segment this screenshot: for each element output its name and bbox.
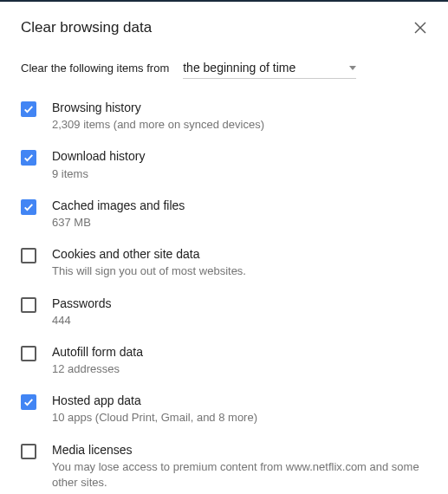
list-item: Passwords444 xyxy=(21,296,427,328)
checkbox[interactable] xyxy=(21,101,36,117)
list-item: Cached images and files637 MB xyxy=(21,198,427,231)
checkbox[interactable] xyxy=(21,150,36,166)
time-range-row: Clear the following items from the begin… xyxy=(21,57,427,79)
checkmark-icon xyxy=(23,396,35,408)
close-button[interactable] xyxy=(413,21,427,35)
item-description: 2,309 items (and more on synced devices) xyxy=(52,117,264,133)
item-description: 12 addresses xyxy=(52,361,143,377)
checkbox[interactable] xyxy=(21,199,36,215)
item-text: Cookies and other site dataThis will sig… xyxy=(52,246,246,279)
item-title: Autofill form data xyxy=(52,344,143,360)
item-text: Download history9 items xyxy=(52,148,145,181)
clear-browsing-data-dialog: Clear browsing data Clear the following … xyxy=(0,2,448,494)
item-title: Passwords xyxy=(52,296,111,311)
checkbox[interactable] xyxy=(21,394,36,410)
item-text: Hosted app data10 apps (Cloud Print, Gma… xyxy=(52,393,257,426)
item-title: Media licenses xyxy=(52,442,427,458)
item-title: Hosted app data xyxy=(52,393,257,408)
item-title: Cached images and files xyxy=(52,198,185,213)
item-text: Cached images and files637 MB xyxy=(52,198,185,231)
item-description: 10 apps (Cloud Print, Gmail, and 8 more) xyxy=(52,410,257,426)
checkmark-icon xyxy=(23,152,35,164)
item-title: Browsing history xyxy=(52,100,264,115)
list-item: Download history9 items xyxy=(21,148,427,181)
chevron-down-icon xyxy=(349,66,356,70)
checkbox[interactable] xyxy=(21,248,36,263)
item-description: You may lose access to premium content f… xyxy=(52,459,427,491)
checkbox[interactable] xyxy=(21,346,36,361)
dialog-header: Clear browsing data xyxy=(21,19,427,36)
item-text: Media licensesYou may lose access to pre… xyxy=(52,442,427,491)
item-title: Cookies and other site data xyxy=(52,246,246,262)
list-item: Cookies and other site dataThis will sig… xyxy=(21,246,427,279)
checkbox[interactable] xyxy=(21,297,36,313)
list-item: Autofill form data12 addresses xyxy=(21,344,427,377)
item-title: Download history xyxy=(52,148,145,164)
item-description: 637 MB xyxy=(52,215,185,231)
close-icon xyxy=(413,21,427,35)
item-text: Browsing history2,309 items (and more on… xyxy=(52,100,264,133)
time-range-label: Clear the following items from xyxy=(21,62,169,75)
item-description: 9 items xyxy=(52,166,145,182)
time-range-select[interactable]: the beginning of time xyxy=(183,57,356,79)
time-range-value: the beginning of time xyxy=(183,61,295,75)
list-item: Hosted app data10 apps (Cloud Print, Gma… xyxy=(21,393,427,426)
list-item: Browsing history2,309 items (and more on… xyxy=(21,100,427,133)
item-description: This will sign you out of most websites. xyxy=(52,263,246,279)
item-text: Autofill form data12 addresses xyxy=(52,344,143,377)
checkbox[interactable] xyxy=(21,444,36,459)
item-description: 444 xyxy=(52,313,111,328)
items-list: Browsing history2,309 items (and more on… xyxy=(21,100,427,491)
checkmark-icon xyxy=(23,201,35,213)
checkmark-icon xyxy=(23,103,35,115)
list-item: Media licensesYou may lose access to pre… xyxy=(21,442,427,491)
dialog-title: Clear browsing data xyxy=(21,19,152,36)
item-text: Passwords444 xyxy=(52,296,111,328)
